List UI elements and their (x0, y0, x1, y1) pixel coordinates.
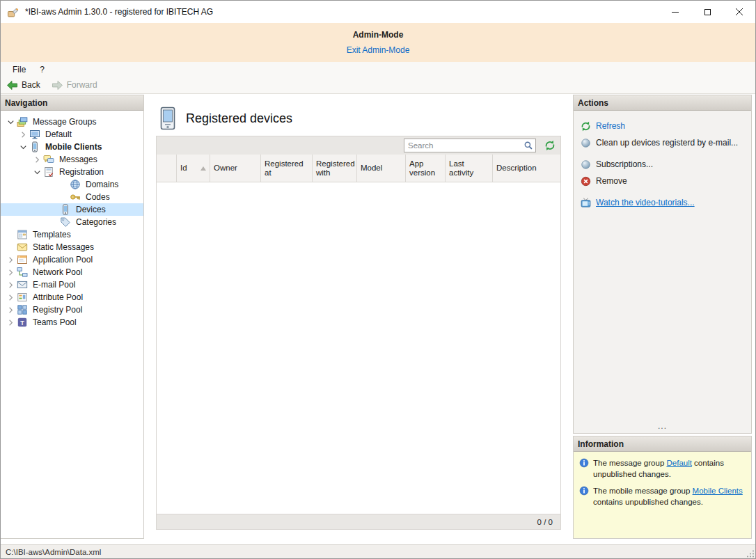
close-button[interactable] (723, 1, 755, 23)
chevron-collapsed-icon[interactable] (17, 129, 29, 140)
column-header-last-activity[interactable]: Last activity (446, 155, 493, 182)
action-refresh[interactable]: Refresh (574, 118, 751, 134)
info-text-prefix: The mobile message group (593, 487, 693, 495)
chevron-collapsed-icon[interactable] (5, 279, 16, 290)
key-icon (70, 191, 81, 203)
maximize-icon (704, 9, 711, 15)
sort-ascending-icon (200, 166, 206, 171)
grid-refresh-icon[interactable] (543, 139, 557, 152)
globe-icon (70, 179, 81, 190)
action-watch-video-tutorials[interactable]: Watch the video-tutorials... (574, 194, 751, 211)
chevron-spacer (5, 242, 16, 253)
info-link-default[interactable]: Default (666, 459, 691, 467)
tree-item-devices[interactable]: Devices (1, 203, 143, 216)
menu-file[interactable]: File (6, 63, 33, 76)
tree-item-label: Templates (31, 230, 73, 239)
chevron-collapsed-icon[interactable] (5, 267, 16, 278)
column-header-selector[interactable] (157, 155, 177, 182)
action-clean-up-devices[interactable]: Clean up devices registerd by e-mail... (574, 134, 751, 151)
tree-item-application-pool[interactable]: Application Pool (1, 253, 143, 266)
minimize-button[interactable] (659, 1, 691, 23)
minimize-icon (672, 12, 679, 13)
resize-grip-icon[interactable] (746, 549, 755, 558)
content-header: Registered devices (146, 95, 571, 130)
info-icon (579, 458, 589, 468)
template-icon (17, 229, 28, 240)
tree-item-messages[interactable]: Messages (1, 153, 143, 166)
navigation-panel-header: Navigation (1, 95, 143, 111)
tree-item-label: Message Groups (31, 117, 98, 127)
registration-form-icon (43, 166, 54, 178)
tree-item-domains[interactable]: Domains (1, 178, 143, 191)
tree-item-message-groups[interactable]: Message Groups (1, 116, 143, 128)
info-text-suffix: contains unpublished changes. (593, 498, 703, 506)
chevron-collapsed-icon[interactable] (5, 317, 16, 328)
tree-item-mobile-clients[interactable]: Mobile Clients (1, 141, 143, 153)
main-body: Navigation Message Groups Default Mobile… (1, 94, 755, 544)
action-subscriptions[interactable]: Subscriptions... (574, 156, 751, 173)
action-remove[interactable]: Remove (574, 173, 751, 189)
forward-button[interactable]: Forward (52, 80, 97, 90)
navigation-toolbar: Back Forward (1, 77, 755, 94)
column-header-registered-at[interactable]: Registered at (261, 155, 313, 182)
chevron-collapsed-icon[interactable] (5, 292, 16, 303)
tree-item-network-pool[interactable]: Network Pool (1, 266, 143, 278)
actions-list: Refresh Clean up devices registerd by e-… (574, 111, 751, 433)
navigation-panel: Navigation Message Groups Default Mobile… (1, 95, 144, 539)
devices-grid: Id Owner Registered at Registered with M… (156, 136, 561, 530)
right-column: Actions Refresh Clean up devices registe… (573, 95, 752, 539)
info-icon (579, 486, 589, 496)
action-label: Subscriptions... (596, 159, 653, 169)
search-input[interactable] (404, 139, 521, 152)
chevron-expanded-icon[interactable] (31, 166, 42, 178)
tree-item-email-pool[interactable]: E-mail Pool (1, 278, 143, 291)
column-header-model[interactable]: Model (357, 155, 406, 182)
back-button[interactable]: Back (6, 80, 40, 90)
chevron-expanded-icon[interactable] (5, 116, 16, 127)
tree-item-attribute-pool[interactable]: Attribute Pool (1, 291, 143, 304)
column-header-description[interactable]: Description (493, 155, 560, 182)
tree-item-label: Teams Pool (31, 317, 79, 327)
chevron-collapsed-icon[interactable] (5, 304, 16, 315)
column-header-app-version[interactable]: App version (406, 155, 446, 182)
tree-item-categories[interactable]: Categories (1, 216, 143, 228)
tree-item-teams-pool[interactable]: T Teams Pool (1, 316, 143, 329)
tree-item-label: Devices (74, 205, 108, 214)
back-arrow-icon (6, 80, 18, 90)
tree-item-codes[interactable]: Codes (1, 191, 143, 203)
column-label: Registered at (265, 159, 308, 178)
close-icon (736, 8, 743, 15)
column-label: Id (180, 164, 187, 173)
email-icon (17, 279, 28, 290)
info-link-mobile-clients[interactable]: Mobile Clients (693, 487, 743, 495)
chevron-expanded-icon[interactable] (17, 141, 29, 152)
tree-item-label: Attribute Pool (31, 292, 85, 302)
tree-item-default[interactable]: Default (1, 128, 143, 141)
chevron-collapsed-icon[interactable] (31, 154, 42, 165)
sphere-icon (580, 137, 591, 148)
maximize-button[interactable] (691, 1, 723, 23)
panel-splitter-handle[interactable]: ... (574, 421, 751, 433)
information-panel-header: Information (574, 436, 751, 452)
action-label: Remove (596, 176, 627, 186)
computer-icon (29, 129, 40, 140)
page-title: Registered devices (186, 111, 292, 126)
column-header-registered-with[interactable]: Registered with (313, 155, 357, 182)
admin-mode-title: Admin-Mode (1, 30, 755, 40)
menu-help[interactable]: ? (33, 63, 52, 76)
tree-item-static-messages[interactable]: Static Messages (1, 241, 143, 253)
column-label: Model (361, 164, 382, 173)
info-text-prefix: The message group (593, 459, 666, 467)
search-icon[interactable] (521, 141, 535, 150)
tag-icon (60, 216, 71, 228)
tree-item-registry-pool[interactable]: Registry Pool (1, 304, 143, 316)
column-label: Description (496, 164, 537, 173)
message-groups-icon (17, 116, 28, 127)
tree-item-templates[interactable]: Templates (1, 228, 143, 241)
tree-item-registration[interactable]: Registration (1, 166, 143, 178)
chevron-collapsed-icon[interactable] (5, 254, 16, 265)
column-header-owner[interactable]: Owner (210, 155, 261, 182)
refresh-icon (580, 120, 591, 132)
exit-admin-mode-link[interactable]: Exit Admin-Mode (347, 45, 410, 55)
column-header-id[interactable]: Id (177, 155, 210, 182)
